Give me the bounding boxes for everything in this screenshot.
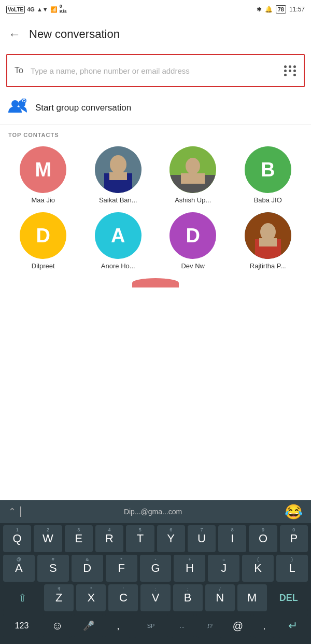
keyboard-row-2: @A #S &D *F -G +H =J (K )L: [3, 555, 308, 582]
time-display: 11:57: [289, 6, 305, 13]
key-G[interactable]: -G: [140, 555, 172, 582]
wifi-icon: 📶: [50, 6, 58, 13]
svg-point-13: [186, 158, 200, 174]
grid-dot-2: [289, 65, 291, 68]
alarm-icon: 🔔: [265, 6, 273, 13]
to-label: To: [15, 66, 23, 75]
key-L[interactable]: )L: [276, 555, 308, 582]
avatar-initial: A: [111, 225, 125, 247]
volte-label: VoLTE: [6, 6, 25, 13]
group-conversation-label: Start group conversation: [35, 103, 131, 113]
contact-name-ashish: Ashish Up...: [175, 196, 211, 204]
avatar-photo-rajtirtha: [245, 212, 291, 259]
key-excl-q[interactable]: ,!?: [196, 614, 222, 638]
avatar-dev-nw: D: [169, 212, 216, 259]
keyboard-rows: 1Q 2W 3E 4R 5T 6Y 7U 8I 9O 0P @A #S &D *…: [0, 523, 311, 644]
key-extra[interactable]: ...: [171, 614, 194, 638]
key-shift[interactable]: ⇧: [3, 584, 41, 611]
grid-dot-6: [293, 70, 296, 72]
key-U[interactable]: 7U: [188, 525, 216, 552]
avatar-maa-jio: M: [20, 146, 66, 193]
key-P[interactable]: 0P: [280, 525, 308, 552]
key-K[interactable]: (K: [242, 555, 274, 582]
contact-maa-jio[interactable]: M Maa Jio: [8, 146, 78, 204]
key-emoji[interactable]: ☺: [43, 614, 72, 638]
svg-point-7: [110, 155, 126, 174]
contact-anore-ho[interactable]: A Anore Ho...: [83, 212, 153, 270]
microphone-icon: 🎤: [83, 620, 94, 632]
contact-rajtirtha[interactable]: Rajtirtha P...: [233, 212, 303, 270]
avatar-saikat: [95, 146, 142, 193]
key-F[interactable]: *F: [106, 555, 137, 582]
key-period[interactable]: .: [253, 614, 275, 638]
svg-rect-9: [109, 172, 127, 180]
contact-name-dev-nw: Dev Nw: [181, 262, 205, 270]
top-contacts-label: TOP CONTACTS: [0, 125, 311, 142]
avatar-initial: B: [261, 159, 275, 181]
contacts-grid-icon[interactable]: [284, 65, 296, 76]
keyboard-suggestion[interactable]: Dip...@gma...com: [124, 508, 182, 516]
key-delete[interactable]: DEL: [270, 584, 308, 611]
keyboard-row-3: ⇧ ₹Z "X 'C :V ;B /N M DEL: [3, 584, 308, 611]
recipient-input[interactable]: Type a name, phone number or email addre…: [31, 65, 278, 76]
avatar-photo-ashish: [169, 146, 216, 193]
key-V[interactable]: :V: [140, 584, 170, 611]
to-field[interactable]: To Type a name, phone number or email ad…: [6, 54, 305, 87]
status-bar: VoLTE 4G ▲▼ 📶 0K/s ✱ 🔔 78 11:57: [0, 0, 311, 19]
grid-dot-3: [293, 65, 296, 68]
key-O[interactable]: 9O: [249, 525, 277, 552]
avatar-initial: D: [36, 225, 50, 247]
kb-toolbar-left: ⌃: [8, 506, 21, 517]
contacts-grid-row2: D Dilpreet A Anore Ho... D Dev Nw Rajtir…: [0, 208, 311, 274]
page-title: New conversation: [29, 28, 120, 41]
contact-dev-nw[interactable]: D Dev Nw: [158, 212, 228, 270]
start-group-conversation[interactable]: Start group conversation: [0, 91, 311, 124]
key-B[interactable]: ;B: [173, 584, 203, 611]
contact-name-saikat: Saikat Ban...: [99, 196, 137, 204]
key-C[interactable]: 'C: [108, 584, 138, 611]
key-space[interactable]: SP: [134, 614, 168, 638]
contacts-grid-row1: M Maa Jio Saikat Ban...: [0, 142, 311, 208]
key-W[interactable]: 2W: [34, 525, 62, 552]
key-A[interactable]: @A: [3, 555, 35, 582]
key-N[interactable]: /N: [205, 584, 235, 611]
contact-dilpreet[interactable]: D Dilpreet: [8, 212, 78, 270]
avatar-rajtirtha: [245, 212, 291, 259]
contact-ashish-up[interactable]: Ashish Up...: [158, 146, 228, 204]
key-comma[interactable]: ,: [105, 614, 131, 638]
key-R[interactable]: 4R: [95, 525, 123, 552]
key-numbers[interactable]: 123: [3, 614, 40, 638]
key-I[interactable]: 8I: [218, 525, 246, 552]
key-E[interactable]: 3E: [65, 525, 93, 552]
key-D[interactable]: &D: [72, 555, 103, 582]
keyboard-emoji-suggestion[interactable]: 😂: [285, 503, 303, 520]
key-J[interactable]: =J: [208, 555, 239, 582]
bluetooth-icon: ✱: [257, 6, 262, 13]
header: ← New conversation: [0, 19, 311, 50]
cursor-indicator: [20, 506, 21, 517]
key-Z[interactable]: ₹Z: [44, 584, 74, 611]
data-speed: 0K/s: [60, 4, 67, 15]
keyboard: ⌃ Dip...@gma...com 😂 1Q 2W 3E 4R 5T 6Y 7…: [0, 500, 311, 644]
keyboard-chevron-icon[interactable]: ⌃: [8, 506, 16, 517]
key-X[interactable]: "X: [76, 584, 106, 611]
avatar-dilpreet: D: [20, 212, 66, 259]
key-T[interactable]: 5T: [126, 525, 154, 552]
key-enter[interactable]: ↵: [278, 614, 308, 638]
key-microphone[interactable]: 🎤: [74, 614, 103, 638]
grid-dot-7: [284, 74, 287, 76]
key-H[interactable]: +H: [174, 555, 205, 582]
key-M[interactable]: M: [237, 584, 267, 611]
key-Q[interactable]: 1Q: [3, 525, 31, 552]
contact-name-baba-jio: Baba JIO: [254, 196, 282, 204]
avatar-baba-jio: B: [245, 146, 291, 193]
key-at[interactable]: @: [225, 614, 251, 638]
svg-rect-14: [181, 173, 205, 184]
back-button[interactable]: ←: [8, 27, 21, 42]
contact-saikat-ban[interactable]: Saikat Ban...: [83, 146, 153, 204]
avatar-partial: [132, 278, 179, 287]
key-S[interactable]: #S: [37, 555, 69, 582]
contact-baba-jio[interactable]: B Baba JIO: [233, 146, 303, 204]
key-Y[interactable]: 6Y: [157, 525, 185, 552]
svg-point-17: [260, 223, 276, 241]
